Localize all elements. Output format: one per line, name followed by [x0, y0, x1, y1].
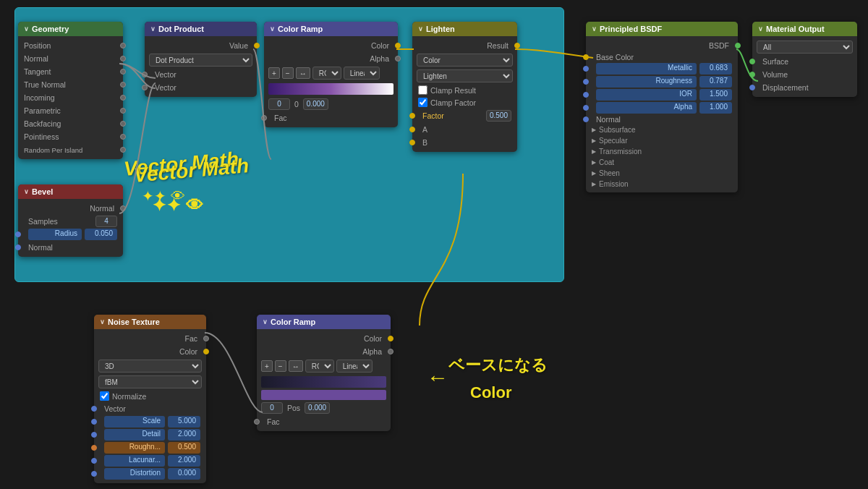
noise-normalize-cb[interactable] [100, 391, 109, 401]
cr2-fac-row: Fac [257, 415, 391, 428]
node-noise-texture: ∨ Noise Texture Fac Color 3D fBM Normali… [94, 315, 206, 483]
noise-fac-row: Fac [94, 332, 206, 345]
lighten-blend-select[interactable]: Lighten [417, 69, 513, 82]
lighten-header: ∨ Lighten [412, 22, 517, 36]
bevel-normal-in-socket [15, 244, 21, 250]
geo-parametric-socket [120, 108, 126, 114]
noise-body: Fac Color 3D fBM Normalize Vector Sca [94, 329, 206, 483]
lighten-result-socket [514, 43, 520, 48]
matout-volume-row: Volume [752, 68, 857, 81]
noise-collapse[interactable]: ∨ [100, 318, 105, 326]
noise-dim-select[interactable]: 3D [98, 360, 202, 373]
noise-lacunarity-socket [91, 458, 97, 464]
cr2-color-socket [388, 336, 393, 341]
bsdf-collapse[interactable]: ∨ [592, 25, 597, 33]
matout-header: ∨ Material Output [752, 22, 857, 36]
cr2-color-swatch [261, 390, 386, 400]
geometry-collapse[interactable]: ∨ [24, 25, 29, 33]
cr1-interp-select[interactable]: Linear [344, 67, 380, 80]
noise-detail-row: Detail 2.000 [94, 428, 206, 441]
bevel-normal-in-row: Normal [18, 241, 123, 254]
geo-backfacing-socket [120, 121, 126, 127]
dot-body: Value Dot Product Vector Vector [145, 36, 257, 97]
cr1-flip-btn[interactable]: ↔ [296, 67, 310, 79]
lighten-b-socket [409, 140, 415, 145]
noise-header: ∨ Noise Texture [94, 315, 206, 329]
noise-distortion-socket [91, 471, 97, 477]
cr2-remove-btn[interactable]: − [275, 360, 286, 372]
lighten-a-row: A [412, 123, 517, 136]
bevel-samples-row: Samples 4 [18, 215, 123, 228]
lighten-clamp-result-cb[interactable] [418, 85, 427, 95]
noise-roughness-row: Roughn... 0.500 [94, 441, 206, 454]
cr2-fac-socket [254, 419, 260, 425]
geo-normal-row: Normal [18, 52, 123, 65]
noise-lacunarity-row: Lacunar... 2.000 [94, 454, 206, 467]
bsdf-subsurface-row[interactable]: ▶ Subsurface [586, 124, 738, 135]
bsdf-alpha-socket [583, 105, 589, 111]
cr1-remove-btn[interactable]: − [282, 67, 294, 79]
noise-distortion-row: Distortion 0.000 [94, 467, 206, 480]
lighten-collapse[interactable]: ∨ [418, 25, 423, 33]
matout-surface-row: Surface [752, 55, 857, 68]
lighten-clamp-factor-cb[interactable] [418, 98, 427, 107]
colorramp1-collapse[interactable]: ∨ [270, 25, 275, 33]
bevel-radius-row: Radius 0.050 [18, 228, 123, 241]
colorramp2-body: Color Alpha + − ↔ RGB Linear 0 Pos 0.000 [257, 329, 391, 431]
bsdf-metallic-socket [583, 66, 589, 72]
colorramp1-body: Color Alpha + − ↔ RGB Linear 0 0 0.000 F… [264, 36, 398, 127]
dot-vector1-socket [142, 72, 148, 77]
noise-type-select[interactable]: fBM [98, 375, 202, 388]
bsdf-emission-row[interactable]: ▶ Emission [586, 179, 738, 190]
geo-position-socket [120, 43, 126, 48]
cr1-ramp-bar [268, 83, 393, 95]
matout-collapse[interactable]: ∨ [758, 25, 763, 33]
cr2-color-row: Color [257, 332, 391, 345]
matout-target-select[interactable]: All [757, 41, 853, 54]
geo-tangent-socket [120, 69, 126, 75]
bsdf-coat-row[interactable]: ▶ Coat [586, 157, 738, 168]
bsdf-transmission-row[interactable]: ▶ Transmission [586, 146, 738, 157]
bevel-body: Normal Samples 4 Radius 0.050 Normal [18, 199, 123, 257]
bsdf-sheen-row[interactable]: ▶ Sheen [586, 168, 738, 179]
node-bsdf: ∨ Principled BSDF BSDF Base Color Metall… [586, 22, 738, 192]
lighten-a-socket [409, 127, 415, 132]
cr1-rgb-select[interactable]: RGB [312, 67, 341, 80]
dot-header: ∨ Dot Product [145, 22, 257, 36]
colorramp2-collapse[interactable]: ∨ [263, 318, 268, 326]
colorramp2-header: ∨ Color Ramp [257, 315, 391, 329]
geometry-header: ∨ Geometry [18, 22, 123, 36]
geo-normal-socket [120, 56, 126, 61]
lighten-color-select[interactable]: Color [417, 54, 513, 67]
bevel-collapse[interactable]: ∨ [24, 188, 29, 195]
cr2-flip-btn[interactable]: ↔ [289, 360, 303, 372]
bsdf-body: BSDF Base Color Metallic 0.683 Roughness… [586, 36, 738, 192]
cr2-add-btn[interactable]: + [261, 360, 273, 372]
dot-product-select[interactable]: Dot Product [149, 54, 252, 67]
bsdf-normal-row: Normal [586, 114, 738, 124]
noise-fac-socket [203, 336, 209, 341]
dot-dropdown-row: Dot Product [145, 52, 257, 68]
noise-dd2: fBM [94, 374, 206, 390]
cr1-fac-socket [261, 115, 267, 121]
bsdf-specular-row[interactable]: ▶ Specular [586, 135, 738, 146]
dot-value-row: Value [145, 39, 257, 52]
bsdf-ior-socket [583, 92, 589, 98]
cr1-add-btn[interactable]: + [268, 67, 280, 79]
annotation-vector-math: Vector Math [123, 148, 239, 181]
bsdf-roughness-row: Roughness 0.787 [586, 75, 738, 88]
dot-collapse[interactable]: ∨ [150, 25, 156, 33]
node-geometry: ∨ Geometry Position Normal Tangent True … [18, 22, 123, 159]
noise-vector-row: Vector [94, 402, 206, 415]
cr2-interp-select[interactable]: Linear [336, 360, 373, 373]
bevel-radius-socket [15, 231, 21, 237]
bsdf-basecolor-socket [583, 54, 589, 60]
noise-scale-socket [91, 419, 97, 425]
noise-vector-socket [91, 406, 97, 412]
matout-displacement-row: Displacement [752, 81, 857, 94]
cr2-alpha-socket [388, 349, 393, 354]
bsdf-output-row: BSDF [586, 39, 738, 52]
cr2-rgb-select[interactable]: RGB [305, 360, 334, 373]
cr1-alpha-row: Alpha [264, 52, 398, 65]
geo-position-row: Position [18, 39, 123, 52]
